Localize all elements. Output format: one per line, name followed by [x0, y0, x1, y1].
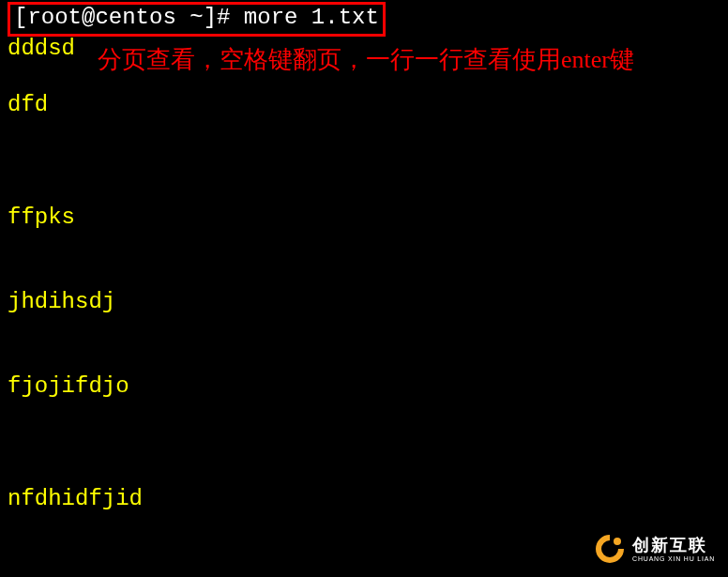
output-line: dfd: [8, 91, 720, 119]
watermark: 创新互联 CHUANG XIN HU LIAN: [593, 532, 715, 566]
output-line: fjojifdjo: [8, 372, 720, 401]
output-line: [8, 344, 720, 372]
annotation-text: 分页查看，空格键翻页，一行一行查看使用enter键: [98, 43, 704, 76]
output-line: [8, 147, 720, 175]
output-line: [8, 316, 720, 344]
output-line: [8, 260, 720, 288]
output-line: [8, 401, 720, 429]
output-line: [8, 119, 720, 147]
logo-icon: [593, 532, 627, 566]
watermark-en: CHUANG XIN HU LIAN: [632, 555, 715, 562]
output-line: [8, 457, 720, 485]
watermark-text: 创新互联 CHUANG XIN HU LIAN: [632, 537, 715, 562]
output-line: [8, 429, 720, 457]
output-line: ffpks: [8, 204, 720, 232]
terminal-window[interactable]: [root@centos ~]# more 1.txt dddsd dfd ff…: [0, 0, 728, 577]
svg-point-0: [614, 538, 621, 545]
output-line: nfdhidfjid: [8, 485, 720, 513]
output-line: [8, 232, 720, 260]
watermark-cn: 创新互联: [632, 537, 715, 554]
command-line: [root@centos ~]# more 1.txt: [8, 2, 386, 37]
output-line: [8, 175, 720, 204]
output-line: jhdihsdj: [8, 288, 720, 316]
